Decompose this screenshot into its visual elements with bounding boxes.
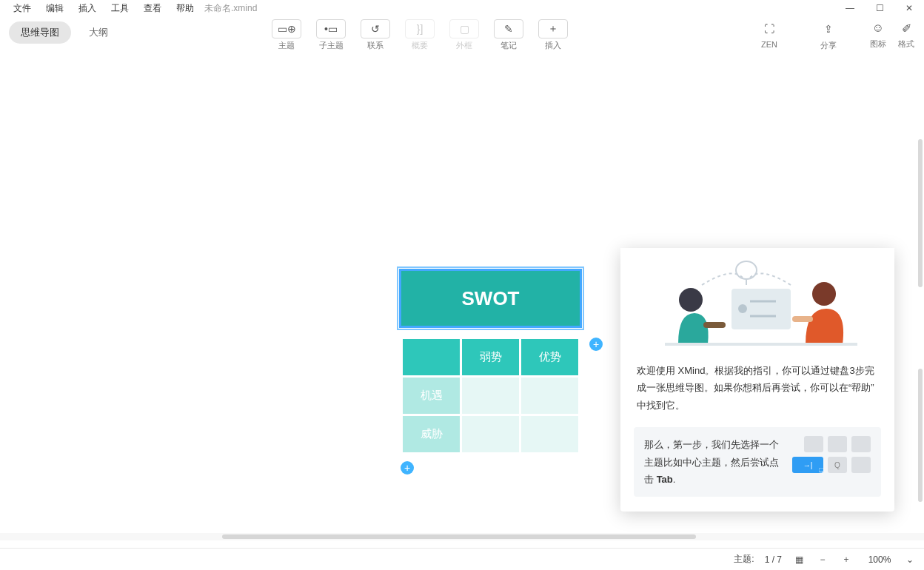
menu-insert[interactable]: 插入 [71,1,104,16]
toolbar: 思维导图 大纲 ▭⊕ 主题 •▭ 子主题 ↺ 联系 }] 概要 ▢ 外框 ✎ 笔… [0,16,924,56]
tutorial-text: 欢迎使用 XMind。根据我的指引，你可以通过键盘3步完成一张思维导图。如果你想… [620,352,894,421]
menu-view[interactable]: 查看 [136,1,169,16]
toolbar-zen-label: ZEN [761,40,777,49]
zen-icon: ⛶ [764,23,774,35]
vertical-scrollbar-2[interactable] [918,369,923,502]
document-filename: 未命名.xmind [204,2,257,15]
keycap-tab: →| ☟ [792,457,823,473]
svg-point-0 [736,261,757,279]
add-row-button[interactable]: + [401,461,414,475]
toolbar-subtopic[interactable]: •▭ 子主题 [312,19,349,51]
tutorial-illustration [620,248,894,352]
smiley-icon: ☺ [872,21,884,35]
svg-point-6 [679,288,703,312]
window-close-button[interactable]: ✕ [894,0,924,16]
keycap-blank [828,436,847,452]
toolbar-summary-label: 概要 [412,40,428,51]
relation-icon: ↺ [371,23,380,35]
svg-point-8 [812,282,836,306]
menu-tools[interactable]: 工具 [104,1,136,16]
boundary-icon: ▢ [460,23,469,35]
menu-edit[interactable]: 编辑 [38,1,71,16]
matrix-col-1[interactable]: 弱势 [461,338,520,377]
toolbar-share-label: 分享 [820,40,837,51]
tutorial-tip-text: 那么，第一步，我们先选择一个主题比如中心主题，然后尝试点击 Tab. [644,436,785,488]
svg-rect-7 [703,322,726,328]
toolbar-topic-label: 主题 [278,40,295,51]
toolbar-topic[interactable]: ▭⊕ 主题 [268,19,305,51]
toolbar-boundary: ▢ 外框 [446,19,483,51]
toolbar-subtopic-label: 子主题 [319,40,344,51]
toolbar-relation[interactable]: ↺ 联系 [357,19,394,51]
toolbar-insert[interactable]: ＋ 插入 [535,19,572,51]
subtopic-icon: •▭ [324,23,338,35]
cursor-hand-icon: ☟ [818,466,825,477]
status-bar: 主题: 1 / 7 ▦ − + 100% ⌄ [0,548,924,570]
horizontal-scrollbar-track[interactable] [0,533,924,540]
swot-matrix[interactable]: 弱势 优势 机遇 威胁 [399,335,582,456]
add-column-button[interactable]: + [589,338,603,351]
window-minimize-button[interactable]: — [835,0,865,16]
toolbar-sticker[interactable]: ☺ 图标 [869,19,887,50]
zoom-in-button[interactable]: + [840,554,853,565]
toolbar-format[interactable]: ✐ 格式 [897,19,915,50]
tab-outline[interactable]: 大纲 [77,21,120,44]
matrix-corner[interactable] [402,338,461,377]
matrix-cell-2-2[interactable] [520,415,580,454]
status-topic-count: 1 / 7 [765,554,782,565]
tutorial-popup: ✕ 欢迎使用 XMind。根据我的指引，你可以通过键盘3步完成一张思维导图。如果… [620,248,894,512]
toolbar-sticker-label: 图标 [870,38,886,50]
keycap-blank [804,436,823,452]
matrix-cell-2-1[interactable] [461,415,520,454]
tutorial-mini-keyboard: →| ☟ Q [792,436,871,488]
toolbar-share[interactable]: ⇪ 分享 [810,19,847,51]
vertical-scrollbar[interactable] [918,139,923,287]
matrix-cell-1-1[interactable] [461,377,520,415]
zoom-dropdown-icon[interactable]: ⌄ [906,554,914,565]
status-topic-label: 主题: [734,553,754,566]
zoom-percentage[interactable]: 100% [863,554,896,565]
share-icon: ⇪ [824,23,833,35]
toolbar-insert-label: 插入 [545,40,561,51]
matrix-row-2[interactable]: 威胁 [402,415,461,454]
toolbar-relation-label: 联系 [367,40,384,51]
toolbar-note-label: 笔记 [500,40,517,51]
keycap-q: Q [828,457,847,473]
toolbar-zen[interactable]: ⛶ ZEN [751,19,788,51]
toolbar-format-label: 格式 [898,38,914,50]
menu-bar: 文件 编辑 插入 工具 查看 帮助 未命名.xmind [0,0,924,16]
svg-rect-9 [792,316,813,322]
matrix-cell-1-2[interactable] [520,377,580,415]
plus-icon: ＋ [548,22,558,36]
toolbar-note[interactable]: ✎ 笔记 [490,19,527,51]
topic-icon: ▭⊕ [278,23,296,35]
horizontal-scrollbar-thumb[interactable] [222,534,696,539]
window-maximize-button[interactable]: ☐ [865,0,894,16]
matrix-col-2[interactable]: 优势 [520,338,580,377]
window-controls: — ☐ ✕ [835,0,924,16]
toolbar-boundary-label: 外框 [456,40,472,51]
tutorial-tip-box: 那么，第一步，我们先选择一个主题比如中心主题，然后尝试点击 Tab. →| ☟ … [634,427,881,497]
minimap-icon[interactable]: ▦ [792,554,806,565]
brush-icon: ✐ [902,21,911,36]
svg-rect-10 [665,343,857,346]
svg-point-3 [738,304,747,313]
toolbar-summary: }] 概要 [401,19,438,51]
keycap-blank [851,436,871,452]
note-icon: ✎ [504,23,513,35]
zoom-out-button[interactable]: − [816,554,829,565]
central-topic[interactable]: SWOT [399,269,582,328]
tab-mindmap[interactable]: 思维导图 [9,21,71,44]
matrix-row-1[interactable]: 机遇 [402,377,461,415]
central-topic-text: SWOT [462,287,520,310]
menu-help[interactable]: 帮助 [169,1,201,16]
summary-icon: }] [417,23,424,35]
keycap-blank [851,457,871,473]
menu-file[interactable]: 文件 [6,1,38,16]
